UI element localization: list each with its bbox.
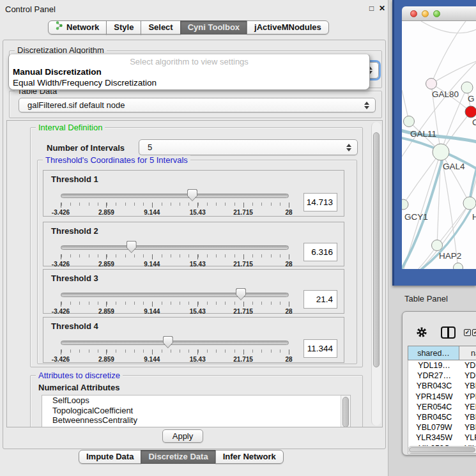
settings-scroll-area: Interval Definition Number of Intervals … xyxy=(6,120,383,427)
scrollbar-thumb[interactable] xyxy=(373,132,380,367)
node xyxy=(454,263,463,270)
threshold-3-value-field[interactable] xyxy=(303,290,337,309)
threshold-4-panel: Threshold 4 -3.426 2.859 9.144 15.43 xyxy=(43,317,344,363)
numerical-attributes-label: Numerical Attributes xyxy=(38,383,119,392)
tab-select[interactable]: Select xyxy=(141,20,180,35)
tab-jactivemnodules[interactable]: jActiveMNodules xyxy=(247,20,329,35)
table-row[interactable]: YLR345WYLR3 xyxy=(408,433,476,443)
tab-network[interactable]: Network xyxy=(48,20,107,35)
scrollbar-thumb[interactable] xyxy=(409,447,475,452)
number-of-intervals-combobox[interactable]: 5 xyxy=(139,139,358,155)
slider-track[interactable] xyxy=(61,245,289,250)
network-graph: GAL80 G C GAL11 GAL4 GCY1 H HAP2 xyxy=(402,21,476,269)
algorithm-dropdown-popup: Select algorithm to view settings Manual… xyxy=(8,54,370,90)
threshold-2-slider[interactable]: -3.426 2.859 9.144 15.43 21.715 28 xyxy=(61,240,289,267)
numerical-attributes-list[interactable]: SelfLoops TopologicalCoefficient Between… xyxy=(42,395,351,427)
combo-stepper-icon xyxy=(364,102,369,109)
slider-track[interactable] xyxy=(61,341,289,345)
tab-discretize-data[interactable]: Discretize Data xyxy=(141,450,215,464)
thresholds-coordinates-label: Threshold's Coordinates for 5 Intervals xyxy=(43,155,190,165)
tab-impute-data[interactable]: Impute Data xyxy=(79,450,141,464)
list-scrollbar[interactable] xyxy=(341,395,350,427)
threshold-4-slider[interactable]: -3.426 2.859 9.144 15.43 21.715 28 xyxy=(61,335,289,362)
node-hap2 xyxy=(432,240,443,251)
table-row[interactable]: YPR145WYPR1 xyxy=(408,392,476,402)
list-item[interactable]: BetweennessCentrality xyxy=(42,415,350,426)
settings-scrollbar[interactable] xyxy=(371,122,381,426)
node-label: GAL11 xyxy=(410,129,436,139)
number-of-intervals-label: Number of Intervals xyxy=(47,143,125,153)
node-label: H xyxy=(472,212,476,222)
node-gal4 xyxy=(433,144,449,160)
node-attribute-table: shared… na YDL19…YDL1 YDR27…YDR2 YBR043C… xyxy=(408,346,476,454)
close-traffic-light-icon[interactable] xyxy=(410,10,417,17)
slider-track[interactable] xyxy=(61,194,289,198)
table-row[interactable]: YER054CYER0 xyxy=(408,402,476,412)
tab-style[interactable]: Style xyxy=(106,20,141,35)
node xyxy=(463,197,476,210)
node-label: GAL4 xyxy=(443,162,465,171)
tab-cyni-toolbox[interactable]: Cyni Toolbox xyxy=(180,20,247,35)
slider-thumb[interactable] xyxy=(127,241,137,253)
attributes-group-label: Attributes to discretize xyxy=(36,371,123,380)
slider-thumb[interactable] xyxy=(236,288,246,300)
table-row[interactable]: YDL19…YDL1 xyxy=(408,360,476,371)
threshold-2-panel: Threshold 2 -3.426 2.859 9.144 15.43 xyxy=(43,222,344,266)
select-all-checkbox-icon[interactable] xyxy=(472,329,476,336)
table-row[interactable]: YBR045CYBR0 xyxy=(408,412,476,422)
table-data-group: Table Data galFiltered.sif default node xyxy=(9,91,382,118)
network-icon xyxy=(56,21,63,34)
float-window-icon[interactable]: □ xyxy=(369,4,374,13)
column-header-name[interactable]: na xyxy=(459,346,476,360)
network-window-titlebar[interactable] xyxy=(402,6,476,21)
node-gal11 xyxy=(404,116,415,127)
table-data-combobox[interactable]: galFiltered.sif default node xyxy=(19,98,376,112)
threshold-3-slider[interactable]: -3.426 2.859 9.144 15.43 21.715 28 xyxy=(61,288,289,314)
table-horizontal-scrollbar[interactable] xyxy=(408,446,476,454)
table-panel-window: shared… na YDL19…YDL1 YDR27…YDR2 YBR043C… xyxy=(402,311,476,456)
tab-infer-network[interactable]: Infer Network xyxy=(215,450,284,464)
right-region: GAL80 G C GAL11 GAL4 GCY1 H HAP2 Table P… xyxy=(389,0,476,476)
list-item[interactable]: SelfLoops xyxy=(42,395,350,406)
table-row[interactable]: YBR043CYBR0 xyxy=(408,381,476,391)
panel-title: Control Panel xyxy=(5,4,56,14)
combo-stepper-icon xyxy=(346,144,351,151)
option-equal-width-frequency[interactable]: Equal Width/Frequency Discretization xyxy=(9,77,369,88)
interval-definition-group: Interval Definition Number of Intervals … xyxy=(30,127,363,367)
network-view-window: GAL80 G C GAL11 GAL4 GCY1 H HAP2 xyxy=(392,0,476,286)
table-settings-gear-icon[interactable] xyxy=(416,326,427,338)
node xyxy=(461,82,473,93)
node-gcy1 xyxy=(402,199,408,210)
node-label: GAL80 xyxy=(432,89,459,99)
column-header-shared-name[interactable]: shared… xyxy=(408,346,459,360)
thresholds-coordinates-group: Threshold's Coordinates for 5 Intervals … xyxy=(37,160,357,364)
close-panel-icon[interactable]: ✕ xyxy=(379,4,385,13)
slider-thumb[interactable] xyxy=(187,189,197,201)
table-panel-title: Table Panel xyxy=(404,294,448,303)
node-label: GCY1 xyxy=(404,212,428,222)
slider-thumb[interactable] xyxy=(163,336,173,348)
control-panel: Control Panel □ ✕ Network Style Select C… xyxy=(0,0,388,476)
table-row[interactable]: YDR27…YDR2 xyxy=(408,371,476,381)
algorithm-hint: Select algorithm to view settings xyxy=(9,54,369,66)
list-item[interactable]: TopologicalCoefficient xyxy=(42,406,350,416)
minimize-traffic-light-icon[interactable] xyxy=(422,10,429,17)
zoom-traffic-light-icon[interactable] xyxy=(433,10,440,17)
node-selected xyxy=(465,106,476,118)
split-table-icon[interactable] xyxy=(441,326,456,339)
cyni-mode-tabs: Impute Data Discretize Data Infer Networ… xyxy=(79,450,284,464)
slider-track[interactable] xyxy=(61,293,289,297)
node-label: HAP2 xyxy=(439,251,461,261)
threshold-4-value-field[interactable] xyxy=(303,339,337,358)
select-columns-checkbox-icon[interactable] xyxy=(464,329,471,336)
node-label: G xyxy=(468,94,475,104)
interval-definition-label: Interval Definition xyxy=(36,123,105,132)
table-row[interactable]: YBL079WYBL0 xyxy=(408,422,476,433)
network-canvas[interactable]: GAL80 G C GAL11 GAL4 GCY1 H HAP2 xyxy=(402,21,476,269)
threshold-1-value-field[interactable] xyxy=(303,193,337,211)
apply-button[interactable]: Apply xyxy=(162,429,203,443)
option-manual-discretization[interactable]: Manual Discretization xyxy=(9,66,369,77)
threshold-1-slider[interactable]: -3.426 2.859 9.144 15.43 21.715 28 xyxy=(61,188,289,215)
threshold-2-value-field[interactable] xyxy=(303,243,337,261)
cyni-toolbox-pane: Discretization Algorithm Select algorith… xyxy=(3,40,386,449)
